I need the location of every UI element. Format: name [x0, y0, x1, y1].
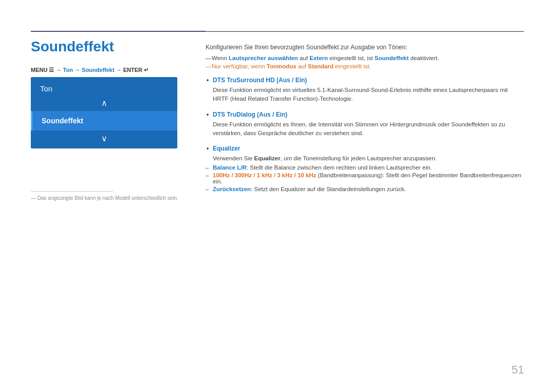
bullet-body-dts-trusurround: Diese Funktion ermöglicht ein virtuelles…: [206, 86, 524, 104]
sub-bullet-freq: 100Hz / 300Hz / 1 kHz / 3 kHz / 10 kHz (…: [206, 172, 524, 184]
note2-orange1: Tonmodus: [267, 63, 297, 69]
note1-prefix: Wenn: [212, 55, 229, 61]
bullet-body-dts-trudialog: Diese Funktion ermöglicht es Ihnen, die …: [206, 120, 524, 138]
bullet-equalizer: Equalizer Verwenden Sie Equalizer, um di…: [206, 145, 524, 192]
menu-arrow-3: →: [116, 67, 123, 73]
note2-orange2: Standard: [308, 63, 334, 69]
sub-bullet-balance-text: : Stellt die Balance zwischen dem rechte…: [247, 164, 432, 171]
sub-bullet-reset-label: Zurücksetzen: [213, 186, 251, 192]
nav-panel-down-arrow[interactable]: ∨: [31, 130, 177, 148]
bullet-dts-trudialog: DTS TruDialog (Aus / Ein) Diese Funktion…: [206, 111, 524, 138]
note1-blue1: Lautsprecher auswählen: [229, 55, 298, 61]
sub-bullet-freq-label: 100Hz / 300Hz / 1 kHz / 3 kHz / 10 kHz: [213, 172, 316, 178]
bullet-body-equalizer: Verwenden Sie Equalizer, um die Toneinst…: [206, 154, 524, 163]
bullet-header-dts-trusurround: DTS TruSurround HD (Aus / Ein): [206, 77, 524, 84]
menu-path: MENU ☰ → Ton → Soundeffekt → ENTER ↵: [31, 67, 149, 73]
bullet-section: DTS TruSurround HD (Aus / Ein) Diese Fun…: [206, 77, 524, 192]
note-line-1: Wenn Lautsprecher auswählen auf Extern e…: [206, 55, 524, 61]
bullet-header-equalizer: Equalizer: [206, 145, 524, 152]
note1-blue3: Soundeffekt: [375, 55, 409, 61]
nav-panel-up-arrow[interactable]: ∧: [31, 97, 177, 111]
note1-blue2: Extern: [309, 55, 328, 61]
nav-panel-header: Ton: [31, 77, 177, 97]
footnote: — Das angezeigte Bild kann je nach Model…: [31, 195, 178, 201]
menu-arrow-2: →: [75, 67, 82, 73]
down-arrow-icon: ∨: [101, 134, 107, 143]
bottom-divider-line: [206, 31, 524, 31]
page-title: Soundeffekt: [31, 39, 114, 55]
menu-ton: Ton: [63, 67, 73, 73]
note2-mid: auf: [297, 63, 308, 69]
note1-mid: auf: [298, 55, 309, 61]
right-content: Konfigurieren Sie Ihren bevorzugten Soun…: [206, 44, 524, 199]
note-line-2: Nur verfügbar, wenn Tonmodus auf Standar…: [206, 63, 524, 69]
menu-enter: ENTER ↵: [123, 67, 149, 73]
footnote-divider: [31, 191, 113, 192]
nav-panel-selected-item[interactable]: Soundeffekt: [31, 111, 177, 130]
intro-text: Konfigurieren Sie Ihren bevorzugten Soun…: [206, 44, 524, 51]
up-arrow-icon: ∧: [101, 98, 107, 108]
menu-icon: ☰: [49, 67, 55, 73]
menu-arrow-1: →: [56, 67, 63, 73]
note1-end1: eingestellt ist, ist: [328, 55, 375, 61]
sub-bullet-balance: Balance L/R: Stellt die Balance zwischen…: [206, 164, 524, 171]
note1-end2: deaktiviert.: [409, 55, 439, 61]
menu-label: MENU: [31, 67, 47, 73]
sub-bullet-reset: Zurücksetzen: Setzt den Equalizer auf di…: [206, 186, 524, 192]
sub-bullet-balance-label: Balance L/R: [213, 164, 247, 171]
page-number: 51: [512, 363, 524, 377]
menu-soundeffekt: Soundeffekt: [82, 67, 115, 73]
note2-prefix: Nur verfügbar, wenn: [212, 63, 267, 69]
nav-panel: Ton ∧ Soundeffekt ∨: [31, 77, 177, 148]
note2-end: eingestellt ist.: [334, 63, 371, 69]
bullet-header-dts-trudialog: DTS TruDialog (Aus / Ein): [206, 111, 524, 118]
bullet-dts-trusurround: DTS TruSurround HD (Aus / Ein) Diese Fun…: [206, 77, 524, 104]
sub-bullet-reset-text: : Setzt den Equalizer auf die Standardei…: [251, 186, 406, 192]
